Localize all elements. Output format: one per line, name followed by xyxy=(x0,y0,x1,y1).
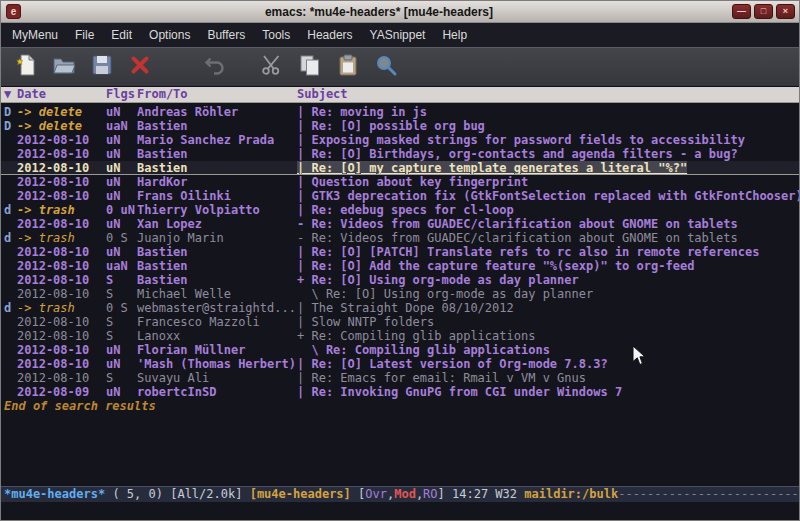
echo-area[interactable] xyxy=(1,502,799,520)
new-file-button[interactable] xyxy=(13,53,39,81)
column-header-from[interactable]: From/To xyxy=(137,87,297,102)
message-flags: uN xyxy=(106,133,137,147)
message-row[interactable]: 2012-08-10SMichael Welle \ Re: [O] Using… xyxy=(1,287,799,301)
message-subject-text: | Re: [O] my capture template generates … xyxy=(297,161,687,174)
column-header-subject[interactable]: Subject xyxy=(297,87,799,102)
menu-item-edit[interactable]: Edit xyxy=(104,25,139,45)
message-flags: 0 S xyxy=(106,301,137,315)
message-row[interactable]: 2012-08-10uNFrans Oilinki| GTK3 deprecat… xyxy=(1,189,799,203)
message-subject-text: | GTK3 deprecation fix (GtkFontSelection… xyxy=(297,189,799,203)
message-flags: uN xyxy=(106,175,137,189)
message-subject: | Exposing masked strings for password f… xyxy=(297,133,799,147)
message-from: Bastien xyxy=(137,161,297,174)
kill-buffer-icon xyxy=(128,53,152,81)
mode-line-segment: , xyxy=(387,487,394,502)
message-subject: \ Re: [O] Using org-mode as day planner xyxy=(297,287,799,301)
message-row[interactable]: 2012-08-10uNFlorian Müllner \ Re: Compil… xyxy=(1,343,799,357)
save-buffer-button[interactable] xyxy=(89,53,115,81)
message-row[interactable]: d-> trash0 Swebmaster@straightd...| The … xyxy=(1,301,799,315)
message-subject-text: | Re: Invoking GnuPG from CGI under Wind… xyxy=(297,385,622,399)
column-header-flags[interactable]: Flgs xyxy=(106,87,137,102)
message-from: Juanjo Marin xyxy=(137,231,297,245)
message-row[interactable]: 2012-08-10uNHardKor| Question about key … xyxy=(1,175,799,189)
message-from: webmaster@straightd... xyxy=(137,301,297,315)
message-row[interactable]: 2012-08-10SFrancesco Mazzoli| Slow NNTP … xyxy=(1,315,799,329)
message-flags: uaN xyxy=(106,119,137,133)
menu-item-tools[interactable]: Tools xyxy=(255,25,297,45)
message-row[interactable]: 2012-08-10uNBastien| Re: [O] my capture … xyxy=(1,161,799,175)
message-subject-text: - Re: Videos from GUADEC/clarification a… xyxy=(297,231,738,245)
message-row[interactable]: D-> deleteuaNBastien| Re: [O] possible o… xyxy=(1,119,799,133)
message-row[interactable]: d-> trash0 SJuanjo Marin- Re: Videos fro… xyxy=(1,231,799,245)
message-date: 2012-08-10 xyxy=(17,287,106,301)
window-controls: —□× xyxy=(732,4,795,19)
message-row[interactable]: 2012-08-10uNMario Sanchez Prada| Exposin… xyxy=(1,133,799,147)
message-date: -> delete xyxy=(17,119,106,133)
message-list: D-> deleteuNAndreas Röhler| Re: moving i… xyxy=(1,103,799,486)
message-row[interactable]: 2012-08-10uNXan Lopez- Re: Videos from G… xyxy=(1,217,799,231)
message-mark xyxy=(1,161,17,174)
paste-button[interactable] xyxy=(335,53,361,81)
message-subject: | Re: [O] Birthdays, org-contacts and ag… xyxy=(297,147,799,161)
message-from: Lanoxx xyxy=(137,329,297,343)
message-row[interactable]: d-> trash0 uNThierry Volpiatto| Re: edeb… xyxy=(1,203,799,217)
message-subject: - Re: Videos from GUADEC/clarification a… xyxy=(297,217,799,231)
message-row[interactable]: 2012-08-10SSuvayu Ali| Re: Emacs for ema… xyxy=(1,371,799,385)
message-subject-text: | Re: [O] Add the capture feature "%(sex… xyxy=(297,259,694,273)
message-row[interactable]: 2012-08-10uN'Mash (Thomas Herbert)| Re: … xyxy=(1,357,799,371)
message-mark xyxy=(1,343,17,357)
open-file-button[interactable] xyxy=(51,53,77,81)
message-subject-text: | Exposing masked strings for password f… xyxy=(297,133,745,147)
mode-line-segment: [mu4e-headers] xyxy=(250,487,351,502)
minimize-button[interactable]: — xyxy=(732,4,751,19)
message-subject: | Re: [O] [PATCH] Translate refs to rc a… xyxy=(297,245,799,259)
maximize-button[interactable]: □ xyxy=(754,4,773,19)
message-flags: uN xyxy=(106,217,137,231)
message-row[interactable]: 2012-08-10SBastien+ Re: [O] Using org-mo… xyxy=(1,273,799,287)
mode-line[interactable]: *mu4e-headers* ( 5, 0) [All/2.0k] [mu4e-… xyxy=(1,486,799,502)
message-date: 2012-08-10 xyxy=(17,273,106,287)
sort-direction-icon[interactable]: ▼ xyxy=(1,87,17,102)
menu-item-mymenu[interactable]: MyMenu xyxy=(5,25,65,45)
message-row[interactable]: 2012-08-09uNrobertcInSD| Re: Invoking Gn… xyxy=(1,385,799,399)
menu-item-buffers[interactable]: Buffers xyxy=(200,25,252,45)
message-row[interactable]: 2012-08-10SLanoxx+ Re: Compiling glib ap… xyxy=(1,329,799,343)
message-subject: | Question about key fingerprint xyxy=(297,175,799,189)
message-from: robertcInSD xyxy=(137,385,297,399)
message-flags: uN xyxy=(106,189,137,203)
mode-line-segment: ] xyxy=(438,487,452,502)
message-from: Francesco Mazzoli xyxy=(137,315,297,329)
close-button[interactable]: × xyxy=(776,4,795,19)
message-flags: uN xyxy=(106,385,137,399)
menu-item-help[interactable]: Help xyxy=(435,25,474,45)
cut-button[interactable] xyxy=(259,53,285,81)
message-row[interactable]: D-> deleteuNAndreas Röhler| Re: moving i… xyxy=(1,105,799,119)
message-date: -> delete xyxy=(17,105,106,119)
message-row[interactable]: 2012-08-10uNBastien| Re: [O] Birthdays, … xyxy=(1,147,799,161)
message-date: -> trash xyxy=(17,203,106,217)
message-subject: + Re: Compiling glib applications xyxy=(297,329,799,343)
message-row[interactable]: 2012-08-10uNBastien| Re: [O] [PATCH] Tra… xyxy=(1,245,799,259)
message-mark xyxy=(1,371,17,385)
menu-item-headers[interactable]: Headers xyxy=(300,25,359,45)
message-date: 2012-08-10 xyxy=(17,343,106,357)
menu-item-options[interactable]: Options xyxy=(142,25,197,45)
undo-button[interactable] xyxy=(202,53,228,81)
column-header-date[interactable]: Date xyxy=(17,87,106,102)
kill-buffer-button[interactable] xyxy=(127,53,153,81)
window-menu-icon[interactable]: e xyxy=(6,4,21,19)
message-subject: | Slow NNTP folders xyxy=(297,315,799,329)
message-row[interactable]: 2012-08-10uaNBastien| Re: [O] Add the ca… xyxy=(1,259,799,273)
message-mark xyxy=(1,259,17,273)
menu-item-yasnippet[interactable]: YASnippet xyxy=(363,25,433,45)
message-from: Suvayu Ali xyxy=(137,371,297,385)
mode-line-segment: maildir:/bulk xyxy=(524,487,618,502)
menu-item-file[interactable]: File xyxy=(68,25,101,45)
message-flags: uaN xyxy=(106,259,137,273)
copy-button[interactable] xyxy=(297,53,323,81)
end-of-results-text: End of search results xyxy=(1,399,799,413)
message-subject-text: | Slow NNTP folders xyxy=(297,315,434,329)
message-from: Bastien xyxy=(137,147,297,161)
search-button[interactable] xyxy=(373,53,399,81)
message-from: Bastien xyxy=(137,245,297,259)
